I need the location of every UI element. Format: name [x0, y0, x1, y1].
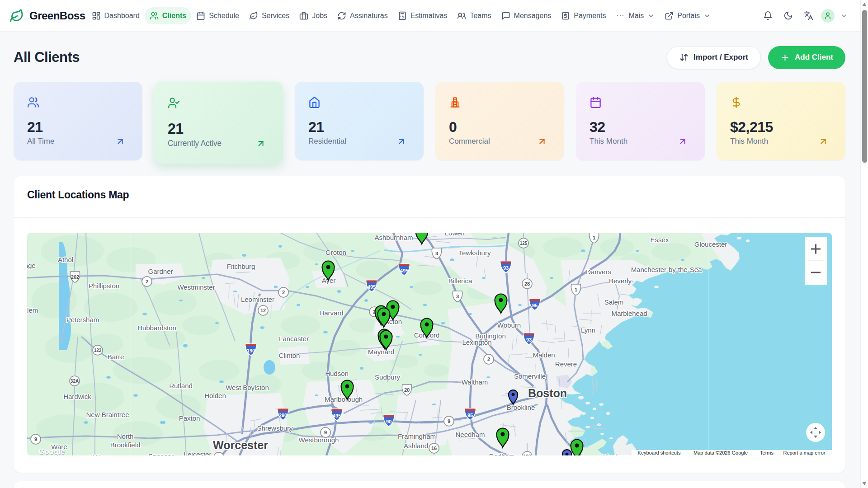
- svg-text:Waltham: Waltham: [462, 378, 488, 386]
- svg-text:Framingham: Framingham: [398, 432, 436, 440]
- svg-text:Dedham: Dedham: [489, 452, 515, 455]
- svg-text:Report a map error: Report a map error: [783, 450, 826, 455]
- svg-text:Keyboard shortcuts: Keyboard shortcuts: [638, 450, 681, 455]
- svg-text:Leominster: Leominster: [241, 296, 274, 303]
- svg-text:3: 3: [435, 251, 438, 256]
- svg-text:alem: alem: [27, 306, 38, 314]
- svg-text:Ashland: Ashland: [404, 442, 428, 450]
- svg-text:Beverly: Beverly: [609, 277, 632, 285]
- svg-text:Leicester: Leicester: [184, 450, 212, 455]
- svg-text:Phillipston: Phillipston: [89, 282, 119, 290]
- svg-text:290: 290: [279, 413, 287, 418]
- svg-text:Terms: Terms: [760, 450, 774, 455]
- svg-text:North: North: [117, 432, 134, 440]
- svg-text:Hardwick: Hardwick: [63, 393, 91, 400]
- svg-text:Westborough: Westborough: [299, 436, 339, 444]
- svg-text:Fitchburg: Fitchburg: [227, 263, 255, 270]
- svg-text:125: 125: [520, 241, 528, 246]
- svg-text:New Braintree: New Braintree: [86, 411, 129, 418]
- svg-text:Clinton: Clinton: [279, 352, 300, 359]
- svg-text:Paxton: Paxton: [179, 414, 200, 422]
- svg-text:93: 93: [503, 265, 509, 271]
- svg-text:Revere: Revere: [555, 360, 577, 368]
- svg-text:West Boylston: West Boylston: [226, 384, 269, 391]
- svg-text:93: 93: [526, 337, 532, 343]
- svg-text:Danvers: Danvers: [586, 268, 611, 276]
- svg-text:Westminster: Westminster: [177, 283, 215, 291]
- svg-text:202: 202: [71, 274, 79, 280]
- svg-text:Brookline: Brookline: [507, 404, 535, 411]
- svg-text:Marlborough: Marlborough: [325, 395, 363, 403]
- svg-text:Hingham: Hingham: [602, 453, 629, 455]
- svg-text:Lynn: Lynn: [581, 326, 595, 334]
- svg-text:Billerica: Billerica: [448, 277, 472, 285]
- svg-text:Lowell: Lowell: [445, 233, 464, 237]
- svg-text:Woburn: Woburn: [497, 321, 521, 329]
- svg-text:495: 495: [400, 268, 408, 273]
- svg-text:Groton: Groton: [326, 249, 346, 256]
- svg-text:12: 12: [260, 308, 266, 313]
- svg-text:Worcester: Worcester: [213, 439, 268, 451]
- svg-text:Needham: Needham: [455, 431, 485, 438]
- svg-text:Maynard: Maynard: [368, 348, 394, 356]
- svg-text:Athol: Athol: [58, 256, 73, 263]
- svg-text:Petersham: Petersham: [66, 316, 99, 324]
- svg-text:Holden: Holden: [204, 392, 226, 399]
- svg-text:Map data ©2026 Google: Map data ©2026 Google: [693, 450, 748, 455]
- svg-text:20: 20: [404, 387, 410, 393]
- svg-text:Manchester-by-the-Sea: Manchester-by-the-Sea: [631, 266, 702, 273]
- svg-text:Gloucester: Gloucester: [694, 240, 727, 248]
- svg-text:9: 9: [324, 430, 327, 435]
- svg-text:9: 9: [34, 436, 37, 442]
- svg-text:32A: 32A: [71, 379, 79, 384]
- svg-text:1: 1: [575, 287, 577, 292]
- svg-text:138: 138: [524, 454, 531, 455]
- svg-text:Sudbury: Sudbury: [375, 373, 400, 381]
- svg-text:ange: ange: [27, 262, 36, 269]
- svg-text:28: 28: [524, 281, 530, 286]
- svg-text:Gardner: Gardner: [148, 267, 173, 275]
- svg-text:9: 9: [217, 455, 220, 455]
- svg-text:Ashburnham: Ashburnham: [374, 234, 413, 241]
- svg-text:95: 95: [467, 413, 473, 418]
- svg-text:2: 2: [146, 279, 148, 284]
- svg-text:Somerville: Somerville: [514, 372, 546, 380]
- svg-text:Tewksbury: Tewksbury: [459, 249, 491, 257]
- svg-text:Rutland: Rutland: [169, 382, 193, 389]
- svg-text:2: 2: [282, 290, 285, 295]
- svg-text:9: 9: [448, 418, 450, 424]
- svg-text:Lancaster: Lancaster: [279, 335, 309, 343]
- svg-text:West: West: [93, 453, 109, 455]
- svg-text:95: 95: [532, 303, 538, 308]
- svg-text:Brookfield: Brookfield: [110, 441, 141, 449]
- svg-text:122: 122: [94, 348, 102, 353]
- svg-text:Barre: Barre: [108, 353, 124, 361]
- svg-text:Essex: Essex: [651, 236, 669, 244]
- svg-text:16: 16: [431, 446, 437, 451]
- svg-text:90: 90: [386, 419, 392, 424]
- svg-text:495: 495: [333, 413, 341, 418]
- svg-text:Spencer: Spencer: [148, 452, 174, 455]
- svg-text:Google: Google: [38, 447, 65, 455]
- svg-text:Marblehead: Marblehead: [611, 310, 647, 317]
- svg-text:1: 1: [593, 235, 595, 240]
- svg-text:3: 3: [456, 294, 459, 299]
- svg-text:Shrewsbury: Shrewsbury: [257, 424, 293, 432]
- svg-text:Hubbardston: Hubbardston: [137, 324, 176, 332]
- svg-text:Salem: Salem: [604, 298, 624, 306]
- svg-text:495: 495: [368, 284, 376, 290]
- svg-text:Lexington: Lexington: [462, 338, 491, 346]
- svg-text:Boston: Boston: [528, 387, 567, 399]
- svg-text:Harvard: Harvard: [319, 309, 343, 317]
- svg-text:190: 190: [247, 348, 255, 353]
- svg-text:Malden: Malden: [533, 351, 555, 359]
- svg-text:Hudson: Hudson: [325, 370, 349, 377]
- svg-text:2: 2: [487, 357, 490, 362]
